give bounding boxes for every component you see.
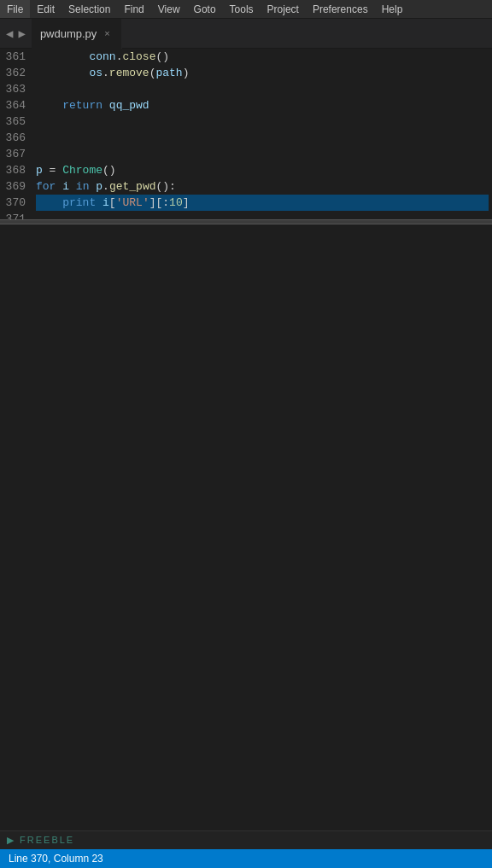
menu-item-find[interactable]: Find: [117, 0, 150, 18]
menu-item-preferences[interactable]: Preferences: [306, 0, 375, 18]
line-number: 364: [3, 97, 26, 114]
menubar: FileEditSelectionFindViewGotoToolsProjec…: [0, 0, 492, 19]
code-line: p = Chrome(): [36, 162, 489, 178]
line-number: 362: [3, 65, 26, 81]
tabbar: ◀ ▶ pwdump.py ×: [0, 19, 492, 49]
watermark: ▶ FREEBLE: [0, 830, 492, 849]
line-number: 371: [3, 211, 26, 219]
tab-scroll-arrows: ◀ ▶: [0, 25, 32, 43]
cursor-position: Line 370, Column 23: [9, 853, 103, 865]
code-line: print i['URL'][:10]: [36, 195, 489, 211]
code-content[interactable]: conn.close() os.remove(path) return qq_p…: [32, 49, 492, 219]
code-line: [36, 114, 489, 130]
code-line: [36, 81, 489, 97]
line-numbers: 361362363364365366367368369370371: [0, 49, 32, 219]
menu-item-goto[interactable]: Goto: [187, 0, 223, 18]
line-number: 367: [3, 146, 26, 162]
code-line: [36, 130, 489, 146]
tab-pwdump[interactable]: pwdump.py ×: [32, 19, 122, 49]
menu-item-project[interactable]: Project: [261, 0, 306, 18]
output-panel: [0, 224, 492, 830]
tab-left-arrow[interactable]: ◀: [3, 25, 15, 43]
code-line: return qq_pwd: [36, 97, 489, 114]
code-line: os.remove(path): [36, 65, 489, 81]
line-number: 370: [3, 195, 26, 211]
line-number: 361: [3, 49, 26, 65]
menu-item-tools[interactable]: Tools: [223, 0, 261, 18]
statusbar: Line 370, Column 23: [0, 849, 492, 868]
menu-item-selection[interactable]: Selection: [62, 0, 117, 18]
tab-close-button[interactable]: ×: [102, 27, 112, 39]
watermark-text: ▶ FREEBLE: [7, 835, 74, 846]
editor: 361362363364365366367368369370371 conn.c…: [0, 49, 492, 219]
menu-item-file[interactable]: File: [0, 0, 30, 18]
code-line: conn.close(): [36, 49, 489, 65]
line-number: 365: [3, 114, 26, 130]
menu-item-edit[interactable]: Edit: [30, 0, 62, 18]
line-number: 369: [3, 178, 26, 195]
menu-item-view[interactable]: View: [151, 0, 187, 18]
line-number: 366: [3, 130, 26, 146]
code-line: for i in p.get_pwd():: [36, 178, 489, 195]
menu-item-help[interactable]: Help: [375, 0, 410, 18]
code-line: [36, 211, 489, 219]
line-number: 363: [3, 81, 26, 97]
tab-right-arrow[interactable]: ▶: [15, 25, 27, 43]
code-line: [36, 146, 489, 162]
tab-filename: pwdump.py: [40, 27, 97, 40]
line-number: 368: [3, 162, 26, 178]
